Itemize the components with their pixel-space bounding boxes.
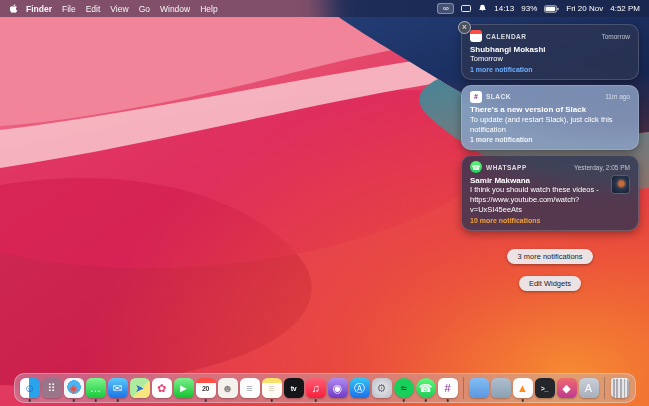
- notification-title: Shubhangi Mokashi: [470, 45, 630, 54]
- dock-item-whatsapp[interactable]: ☎: [416, 378, 436, 398]
- dock-item-music[interactable]: ♫: [306, 378, 326, 398]
- dock: ☺⠿◈…✉➤✿►20☻≡≡tv♫◉Ⓐ⚙≈☎#▲>_◆A: [14, 373, 636, 403]
- folder-applications-icon: A: [585, 383, 592, 394]
- finder-icon: ☺: [24, 383, 35, 394]
- dock-item-folder-applications[interactable]: A: [579, 378, 599, 398]
- terminal-icon: >_: [541, 385, 548, 392]
- whatsapp-icon: ☎: [419, 383, 433, 394]
- notification-card-whatsapp[interactable]: ☎ WHATSAPP Yesterday, 2:05 PM Samir Makw…: [461, 155, 639, 230]
- menu-view[interactable]: View: [110, 4, 128, 14]
- messages-icon: …: [90, 383, 101, 394]
- menu-edit[interactable]: Edit: [86, 4, 101, 14]
- card-texts: Samir Makwana I think you should watch t…: [470, 173, 606, 223]
- close-notification-button[interactable]: ×: [458, 21, 471, 34]
- dock-item-facetime[interactable]: ►: [174, 378, 194, 398]
- more-notifications-link[interactable]: 10 more notifications: [470, 217, 606, 224]
- running-indicator: [314, 399, 317, 402]
- reminders-icon: ≡: [246, 383, 252, 394]
- notification-timestamp: Tomorrow: [601, 33, 630, 40]
- running-indicator: [28, 399, 31, 402]
- dock-item-podcasts[interactable]: ◉: [328, 378, 348, 398]
- dock-item-tv[interactable]: tv: [284, 378, 304, 398]
- slack-icon: #: [444, 383, 450, 394]
- menu-window[interactable]: Window: [160, 4, 190, 14]
- loop-glyph: ∞: [443, 5, 449, 13]
- contacts-icon: ☻: [222, 383, 234, 394]
- dock-item-maps[interactable]: ➤: [130, 378, 150, 398]
- dock-item-finder[interactable]: ☺: [20, 378, 40, 398]
- app-store-icon: Ⓐ: [354, 383, 365, 394]
- edit-widgets-button[interactable]: Edit Widgets: [519, 276, 581, 291]
- notification-center: × CALENDAR Tomorrow Shubhangi Mokashi To…: [461, 24, 639, 291]
- music-icon: ♫: [311, 383, 319, 394]
- card-header: ☎ WHATSAPP Yesterday, 2:05 PM: [470, 161, 630, 173]
- menu-finder[interactable]: Finder: [26, 4, 52, 14]
- facetime-icon: ►: [178, 383, 189, 394]
- more-notifications-link[interactable]: 1 more notification: [470, 66, 630, 73]
- dock-item-contacts[interactable]: ☻: [218, 378, 238, 398]
- slack-app-icon: #: [470, 91, 482, 103]
- dock-item-folder-documents[interactable]: [469, 378, 489, 398]
- dock-item-spotify[interactable]: ≈: [394, 378, 414, 398]
- dock-item-folder-downloads[interactable]: [491, 378, 511, 398]
- notification-title: There's a new version of Slack: [470, 105, 630, 114]
- running-indicator: [116, 399, 119, 402]
- dock-item-notes[interactable]: ≡: [262, 378, 282, 398]
- running-indicator: [270, 399, 273, 402]
- dock-item-calendar[interactable]: 20: [196, 378, 216, 398]
- menu-bar-left: FinderFileEditViewGoWindowHelp: [9, 3, 218, 14]
- battery-icon[interactable]: [544, 5, 559, 13]
- dock-separator: [604, 377, 605, 399]
- mail-icon: ✉: [113, 383, 122, 394]
- notification-timestamp: Yesterday, 2:05 PM: [574, 164, 630, 171]
- dock-item-terminal[interactable]: >_: [535, 378, 555, 398]
- card-header: CALENDAR Tomorrow: [470, 30, 630, 42]
- notification-bell-icon[interactable]: [478, 4, 487, 13]
- menu-go[interactable]: Go: [139, 4, 150, 14]
- menu-help[interactable]: Help: [200, 4, 217, 14]
- card-header: # SLACK 11m ago: [470, 91, 630, 103]
- video-thumbnail: [611, 175, 630, 194]
- dock-item-system-preferences[interactable]: ⚙: [372, 378, 392, 398]
- notes-icon: ≡: [268, 383, 274, 394]
- dock-item-launchpad[interactable]: ⠿: [42, 378, 62, 398]
- dock-item-mail[interactable]: ✉: [108, 378, 128, 398]
- running-indicator: [204, 399, 207, 402]
- loop-indicator-icon[interactable]: ∞: [437, 3, 454, 14]
- dock-item-vlc[interactable]: ▲: [513, 378, 533, 398]
- dock-item-app-store[interactable]: Ⓐ: [350, 378, 370, 398]
- dock-item-reminders[interactable]: ≡: [240, 378, 260, 398]
- vlc-icon: ▲: [517, 383, 528, 394]
- menu-bar-clock[interactable]: 4:52 PM: [610, 4, 640, 13]
- dock-item-messages[interactable]: …: [86, 378, 106, 398]
- recording-timer[interactable]: 14:13: [494, 4, 514, 13]
- maps-icon: ➤: [135, 383, 144, 394]
- running-indicator: [424, 399, 427, 402]
- dock-item-slack[interactable]: #: [438, 378, 458, 398]
- notification-title: Samir Makwana: [470, 176, 606, 185]
- battery-percentage[interactable]: 93%: [521, 4, 537, 13]
- menu-file[interactable]: File: [62, 4, 76, 14]
- card-content-row: Samir Makwana I think you should watch t…: [470, 173, 630, 223]
- notification-timestamp: 11m ago: [605, 93, 630, 100]
- dock-item-safari[interactable]: ◈: [64, 378, 84, 398]
- dock-item-trash[interactable]: [611, 378, 629, 398]
- notification-body: To update (and restart Slack), just clic…: [470, 115, 630, 135]
- notification-actions: 3 more notifications Edit Widgets: [461, 249, 639, 291]
- media-app-icon: ◆: [562, 383, 570, 394]
- display-icon[interactable]: [461, 5, 471, 12]
- running-indicator: [521, 399, 524, 402]
- notification-card-slack[interactable]: # SLACK 11m ago There's a new version of…: [461, 85, 639, 151]
- menu-bar-date[interactable]: Fri 20 Nov: [566, 4, 603, 13]
- dock-item-media-app[interactable]: ◆: [557, 378, 577, 398]
- dock-item-photos[interactable]: ✿: [152, 378, 172, 398]
- calendar-icon: 20: [202, 385, 209, 392]
- more-notifications-button[interactable]: 3 more notifications: [507, 249, 592, 264]
- apple-menu-icon[interactable]: [9, 3, 18, 14]
- launchpad-icon: ⠿: [47, 383, 55, 394]
- app-name-label: SLACK: [486, 93, 511, 100]
- calendar-app-icon: [470, 30, 482, 42]
- running-indicator: [72, 399, 75, 402]
- notification-card-calendar[interactable]: × CALENDAR Tomorrow Shubhangi Mokashi To…: [461, 24, 639, 80]
- more-notifications-link[interactable]: 1 more notification: [470, 136, 630, 143]
